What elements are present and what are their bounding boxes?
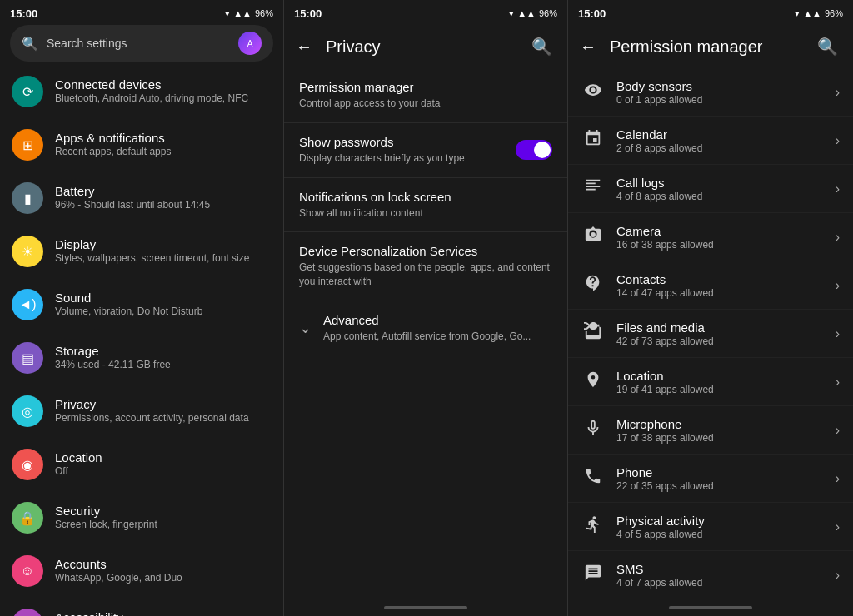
signal-icon-mid: ▲▲ <box>517 8 536 18</box>
title-accounts: Accounts <box>55 557 272 571</box>
wifi-icon: ▾ <box>225 8 230 19</box>
settings-item-connected[interactable]: ⟳ Connected devices Bluetooth, Android A… <box>0 65 283 118</box>
icon-location: ◉ <box>12 449 43 480</box>
home-indicator-mid[interactable] <box>284 599 567 616</box>
subtitle-sound: Volume, vibration, Do Not Disturb <box>55 306 272 319</box>
settings-item-battery[interactable]: ▮ Battery 96% - Should last until about … <box>0 171 283 225</box>
privacy-title-device-personalization: Device Personalization Services <box>299 244 552 258</box>
perm-subtitle-physical-activity: 4 of 5 apps allowed <box>616 529 824 540</box>
search-input[interactable]: Search settings <box>47 37 230 50</box>
status-bar-mid: 15:00 ▾ ▲▲ 96% <box>284 0 567 25</box>
chevron-right-icon-camera: › <box>836 230 840 245</box>
perm-title: Permission manager <box>610 37 814 57</box>
privacy-title-permission-manager: Permission manager <box>299 80 552 94</box>
perm-item-files-media[interactable]: Files and media 42 of 73 apps allowed › <box>568 310 853 358</box>
settings-item-apps[interactable]: ⊞ Apps & notifications Recent apps, defa… <box>0 118 283 171</box>
perm-item-sms[interactable]: SMS 4 of 7 apps allowed › <box>568 551 853 599</box>
perm-icon-contacts <box>581 274 605 296</box>
perm-item-calendar[interactable]: Calendar 2 of 8 apps allowed › <box>568 117 853 165</box>
icon-apps: ⊞ <box>12 129 43 161</box>
icon-display: ☀ <box>12 236 43 267</box>
perm-text-microphone: Microphone 17 of 38 apps allowed <box>616 417 824 444</box>
status-icons-left: ▾ ▲▲ 96% <box>225 8 273 19</box>
perm-subtitle-camera: 16 of 38 apps allowed <box>616 239 824 251</box>
advanced-text: Advanced App content, Autofill service f… <box>323 313 531 344</box>
settings-item-storage[interactable]: ▤ Storage 34% used - 42.11 GB free <box>0 331 283 385</box>
perm-title-location: Location <box>616 369 824 383</box>
privacy-title-notifications-lock: Notifications on lock screen <box>299 190 552 204</box>
settings-item-sound[interactable]: ◄) Sound Volume, vibration, Do Not Distu… <box>0 278 283 331</box>
perm-title-body-sensors: Body sensors <box>616 79 824 93</box>
perm-item-physical-activity[interactable]: Physical activity 4 of 5 apps allowed › <box>568 503 853 551</box>
perm-icon-microphone <box>581 419 605 441</box>
perm-item-contacts[interactable]: Contacts 14 of 47 apps allowed › <box>568 261 853 310</box>
settings-item-security[interactable]: 🔒 Security Screen lock, fingerprint <box>0 491 283 544</box>
panel-right: 15:00 ▾ ▲▲ 96% ← Permission manager 🔍 Bo… <box>568 0 853 616</box>
back-button-right[interactable]: ← <box>580 37 596 57</box>
chevron-right-icon-location: › <box>836 375 840 390</box>
perm-item-microphone[interactable]: Microphone 17 of 38 apps allowed › <box>568 406 853 455</box>
perm-text-camera: Camera 16 of 38 apps allowed <box>616 224 824 251</box>
perm-subtitle-calendar: 2 of 8 apps allowed <box>616 142 824 154</box>
perm-title-contacts: Contacts <box>616 272 824 286</box>
chevron-right-icon-sms: › <box>836 568 840 583</box>
icon-battery: ▮ <box>12 182 43 214</box>
privacy-item-device-personalization[interactable]: Device Personalization Services Get sugg… <box>284 232 567 301</box>
icon-storage: ▤ <box>12 342 43 374</box>
icon-accessibility: ✦ <box>12 609 43 616</box>
perm-title-calendar: Calendar <box>616 127 824 142</box>
icon-accounts: ☺ <box>12 555 43 587</box>
perm-icon-location <box>581 370 605 393</box>
privacy-title-show-passwords: Show passwords <box>299 135 465 149</box>
perm-item-phone[interactable]: Phone 22 of 35 apps allowed › <box>568 455 853 503</box>
perm-icon-body-sensors <box>581 81 605 103</box>
privacy-item-show-passwords[interactable]: Show passwords Display characters briefl… <box>284 123 567 178</box>
search-icon-mid[interactable]: 🔍 <box>528 33 556 60</box>
avatar[interactable]: A <box>238 32 262 55</box>
text-storage: Storage 34% used - 42.11 GB free <box>55 344 272 372</box>
perm-title-physical-activity: Physical activity <box>616 514 824 528</box>
privacy-item-permission-manager[interactable]: Permission manager Control app access to… <box>284 68 567 123</box>
perm-subtitle-call-logs: 4 of 8 apps allowed <box>616 191 824 202</box>
perm-item-call-logs[interactable]: Call logs 4 of 8 apps allowed › <box>568 165 853 213</box>
toggle-show-passwords[interactable] <box>516 140 552 160</box>
perm-item-camera[interactable]: Camera 16 of 38 apps allowed › <box>568 213 853 261</box>
privacy-list: Permission manager Control app access to… <box>284 68 567 599</box>
settings-item-display[interactable]: ☀ Display Styles, wallpapers, screen tim… <box>0 225 283 278</box>
icon-sound: ◄) <box>12 289 43 320</box>
battery-icon-mid: 96% <box>539 8 557 18</box>
search-bar[interactable]: 🔍 Search settings A <box>10 25 273 62</box>
settings-item-privacy[interactable]: ◎ Privacy Permissions, account activity,… <box>0 385 283 438</box>
signal-icon-right: ▲▲ <box>803 8 821 18</box>
perm-icon-camera <box>581 226 605 248</box>
home-bar-mid <box>384 606 467 609</box>
settings-item-location[interactable]: ◉ Location Off <box>0 438 283 491</box>
chevron-right-icon-phone: › <box>836 471 840 486</box>
back-button-mid[interactable]: ← <box>296 37 312 57</box>
text-apps: Apps & notifications Recent apps, defaul… <box>55 131 272 159</box>
time-right: 15:00 <box>578 7 606 20</box>
settings-item-accounts[interactable]: ☺ Accounts WhatsApp, Google, and Duo <box>0 544 283 598</box>
text-accounts: Accounts WhatsApp, Google, and Duo <box>55 557 272 585</box>
perm-text-contacts: Contacts 14 of 47 apps allowed <box>616 272 824 299</box>
screen-container: 15:00 ▾ ▲▲ 96% 🔍 Search settings A ⟳ Con… <box>0 0 853 616</box>
title-accessibility: Accessibility <box>55 610 272 616</box>
perm-item-body-sensors[interactable]: Body sensors 0 of 1 apps allowed › <box>568 68 853 117</box>
perm-subtitle-files-media: 42 of 73 apps allowed <box>616 335 824 347</box>
search-icon-right[interactable]: 🔍 <box>814 33 841 60</box>
title-sound: Sound <box>55 291 272 305</box>
perm-text-sms: SMS 4 of 7 apps allowed <box>616 562 824 589</box>
perm-item-location[interactable]: Location 19 of 41 apps allowed › <box>568 358 853 406</box>
text-accessibility: Accessibility Screen readers, display, i… <box>55 610 272 616</box>
advanced-row[interactable]: ⌄ Advanced App content, Autofill service… <box>284 301 567 355</box>
subtitle-security: Screen lock, fingerprint <box>55 519 272 532</box>
subtitle-location: Off <box>55 465 272 479</box>
time-mid: 15:00 <box>294 7 322 20</box>
status-bar-left: 15:00 ▾ ▲▲ 96% <box>0 0 283 25</box>
chevron-right-icon-files-media: › <box>836 326 840 341</box>
settings-item-accessibility[interactable]: ✦ Accessibility Screen readers, display,… <box>0 598 283 616</box>
icon-security: 🔒 <box>12 502 43 534</box>
title-location: Location <box>55 450 272 464</box>
privacy-item-notifications-lock[interactable]: Notifications on lock screen Show all no… <box>284 178 567 233</box>
home-indicator-right[interactable] <box>568 599 853 616</box>
